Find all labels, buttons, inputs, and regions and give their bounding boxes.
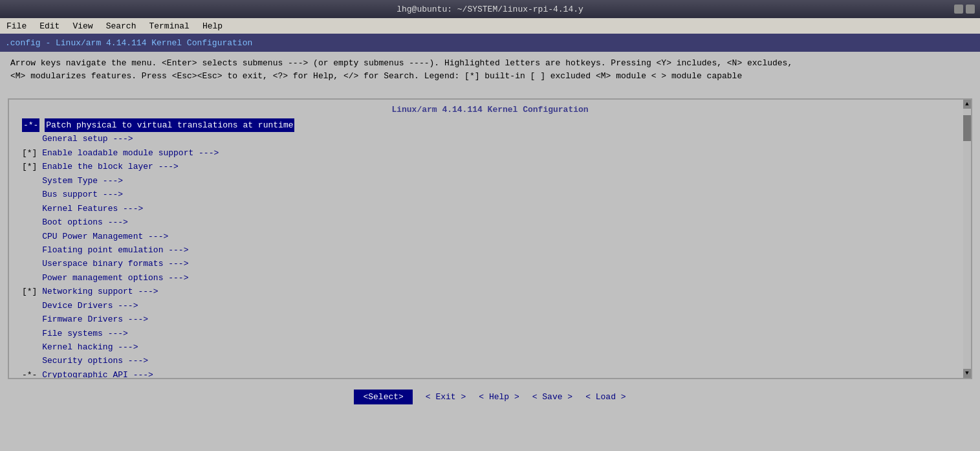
config-window: Linux/arm 4.14.114 Kernel Configuration … xyxy=(8,98,972,379)
list-item[interactable]: [*] Enable the block layer ---> xyxy=(22,160,958,173)
list-item[interactable]: File systems ---> xyxy=(22,327,958,340)
list-item[interactable]: Device Drivers ---> xyxy=(22,299,958,313)
menu-terminal[interactable]: Terminal xyxy=(147,21,190,31)
title-bar-controls xyxy=(954,5,975,14)
list-item[interactable]: Bus support ---> xyxy=(22,188,958,201)
list-item[interactable]: -*- Patch physical to virtual translatio… xyxy=(22,118,958,132)
menu-edit[interactable]: Edit xyxy=(38,21,61,31)
help-button[interactable]: < Help > xyxy=(479,392,519,402)
window-title: lhg@ubuntu: ~/SYSTEM/linux-rpi-4.14.y xyxy=(397,5,583,14)
minimize-icon[interactable] xyxy=(954,5,963,14)
list-item[interactable]: Userspace binary formats ---> xyxy=(22,257,958,270)
list-item[interactable]: Firmware Drivers ---> xyxy=(22,313,958,326)
scrollbar[interactable]: ▲ ▼ xyxy=(963,100,971,378)
list-item[interactable]: [*] Enable loadable module support ---> xyxy=(22,146,958,160)
exit-button[interactable]: < Exit > xyxy=(426,392,466,402)
selected-item-prefix: -*- xyxy=(22,118,39,132)
list-item[interactable]: Kernel hacking ---> xyxy=(22,340,958,354)
select-button[interactable]: <Select> xyxy=(354,390,412,404)
menu-list[interactable]: -*- Patch physical to virtual translatio… xyxy=(9,118,971,379)
scroll-down-arrow[interactable]: ▼ xyxy=(963,369,971,378)
list-item[interactable]: Floating point emulation ---> xyxy=(22,243,958,257)
list-item[interactable]: Kernel Features ---> xyxy=(22,202,958,215)
info-text: Arrow keys navigate the menu. <Enter> se… xyxy=(10,57,792,82)
outer-wrapper: Arrow keys navigate the menu. <Enter> se… xyxy=(0,52,980,451)
scroll-up-arrow[interactable]: ▲ xyxy=(963,100,971,109)
list-item[interactable]: System Type ---> xyxy=(22,174,958,188)
menu-view[interactable]: View xyxy=(71,21,94,31)
save-button[interactable]: < Save > xyxy=(532,392,572,402)
menu-help[interactable]: Help xyxy=(201,21,224,31)
load-button[interactable]: < Load > xyxy=(585,392,626,402)
selected-item-label: Patch physical to virtual translations a… xyxy=(45,118,294,132)
list-item[interactable]: -*- Cryptographic API ---> xyxy=(22,368,958,379)
list-item[interactable]: [*] Networking support ---> xyxy=(22,285,958,298)
list-item[interactable]: Power management options ---> xyxy=(22,271,958,285)
button-bar: <Select> < Exit > < Help > < Save > < Lo… xyxy=(0,379,980,415)
menu-file[interactable]: File xyxy=(5,21,28,31)
list-item[interactable]: General setup ---> xyxy=(22,132,958,146)
list-item[interactable]: Security options ---> xyxy=(22,354,958,368)
info-line2: <M> modularizes features. Press <Esc><Es… xyxy=(10,70,792,83)
info-line1: Arrow keys navigate the menu. <Enter> se… xyxy=(10,57,792,70)
menu-search[interactable]: Search xyxy=(105,21,138,31)
config-title: Linux/arm 4.14.114 Kernel Configuration xyxy=(9,105,971,115)
scroll-thumb[interactable] xyxy=(963,115,971,141)
maximize-icon[interactable] xyxy=(966,5,975,14)
tab-bar: .config - Linux/arm 4.14.114 Kernel Conf… xyxy=(0,34,980,52)
list-item[interactable]: Boot options ---> xyxy=(22,215,958,229)
tab-label: .config - Linux/arm 4.14.114 Kernel Conf… xyxy=(5,38,252,48)
info-area: Arrow keys navigate the menu. <Enter> se… xyxy=(0,52,980,98)
scroll-track[interactable] xyxy=(963,109,971,369)
title-bar: lhg@ubuntu: ~/SYSTEM/linux-rpi-4.14.y xyxy=(0,0,980,18)
list-item[interactable]: CPU Power Management ---> xyxy=(22,230,958,243)
menu-bar: File Edit View Search Terminal Help xyxy=(0,18,980,34)
